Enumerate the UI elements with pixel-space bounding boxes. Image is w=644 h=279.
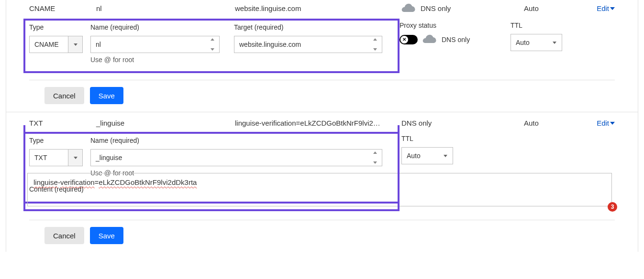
ttl-select-value: Auto (511, 39, 547, 46)
chevron-down-icon (68, 150, 82, 166)
chevron-down-icon (547, 34, 562, 51)
name-input[interactable]: nl (90, 36, 220, 53)
content-part: eLkZCDGoBtkNrF9lvi2dDk3rta (99, 178, 197, 186)
type-select[interactable]: TXT (29, 149, 83, 166)
type-label: Type (29, 137, 90, 146)
row-proxy-text: DNS only (401, 119, 432, 127)
chevron-down-icon (438, 148, 453, 164)
target-input[interactable]: website.linguise.com (234, 36, 382, 53)
ttl-label: TTL (511, 21, 577, 31)
content-part: verification (60, 178, 95, 186)
content-part: linguise (33, 178, 58, 186)
content-textarea[interactable]: linguise-verification=eLkZCDGoBtkNrF9lvi… (27, 173, 612, 206)
row-type: CNAME (29, 4, 96, 12)
row-type: TXT (29, 119, 96, 127)
ttl-select[interactable]: Auto (511, 34, 562, 51)
type-select-value: CNAME (30, 41, 68, 48)
proxy-text: DNS only (442, 36, 470, 43)
close-icon: ✕ (400, 36, 408, 43)
row-proxy: DNS only (401, 119, 524, 127)
cloud-off-icon (401, 3, 416, 14)
row-name: _linguise (96, 119, 235, 127)
chevron-down-icon (610, 7, 615, 10)
edit-label: Edit (597, 4, 609, 12)
ttl-label: TTL (401, 135, 468, 144)
edit-label: Edit (597, 119, 609, 127)
type-select[interactable]: CNAME (29, 36, 83, 53)
row-target: linguise-verification=eLkZCDGoBtkNrF9lvi… (235, 119, 401, 127)
cancel-button[interactable]: Cancel (44, 87, 84, 104)
highlighted-form-cname: Type CNAME Name (required) nl Use @ for … (23, 19, 400, 73)
row-ttl: Auto (524, 119, 591, 127)
name-input-value: _linguise (96, 154, 122, 161)
row-target: website.linguise.com (235, 4, 401, 12)
dns-row-cname: CNAME nl website.linguise.com DNS only A… (6, 0, 638, 19)
name-label: Name (required) (90, 23, 234, 33)
row-proxy-text: DNS only (421, 4, 451, 12)
proxy-label: Proxy status (400, 21, 511, 31)
type-label: Type (29, 23, 90, 33)
edit-button[interactable]: Edit (597, 4, 615, 12)
stepper[interactable] (373, 37, 380, 52)
chevron-down-icon (610, 122, 615, 125)
name-input-value: nl (96, 41, 101, 48)
ttl-select-value: Auto (402, 152, 438, 160)
stepper[interactable] (373, 150, 380, 165)
row-ttl: Auto (524, 4, 591, 12)
edit-button[interactable]: Edit (597, 119, 615, 127)
name-label: Name (required) (90, 137, 392, 146)
target-input-value: website.linguise.com (239, 41, 301, 48)
proxy-toggle[interactable]: ✕ (400, 35, 418, 44)
save-button[interactable]: Save (90, 227, 123, 244)
chevron-down-icon (68, 36, 82, 53)
name-input[interactable]: _linguise (90, 149, 382, 166)
cancel-button[interactable]: Cancel (44, 227, 84, 244)
error-count-badge: 3 (608, 202, 617, 212)
name-helper: Use @ for root (90, 56, 234, 64)
row-proxy: DNS only (401, 3, 524, 14)
save-button[interactable]: Save (90, 87, 123, 104)
target-label: Target (required) (234, 23, 392, 33)
row-name: nl (96, 4, 235, 12)
stepper[interactable] (211, 37, 217, 52)
ttl-select[interactable]: Auto (401, 147, 453, 164)
cloud-off-icon (422, 34, 437, 45)
dns-row-txt: TXT _linguise linguise-verification=eLkZ… (6, 112, 638, 132)
type-select-value: TXT (30, 154, 68, 161)
